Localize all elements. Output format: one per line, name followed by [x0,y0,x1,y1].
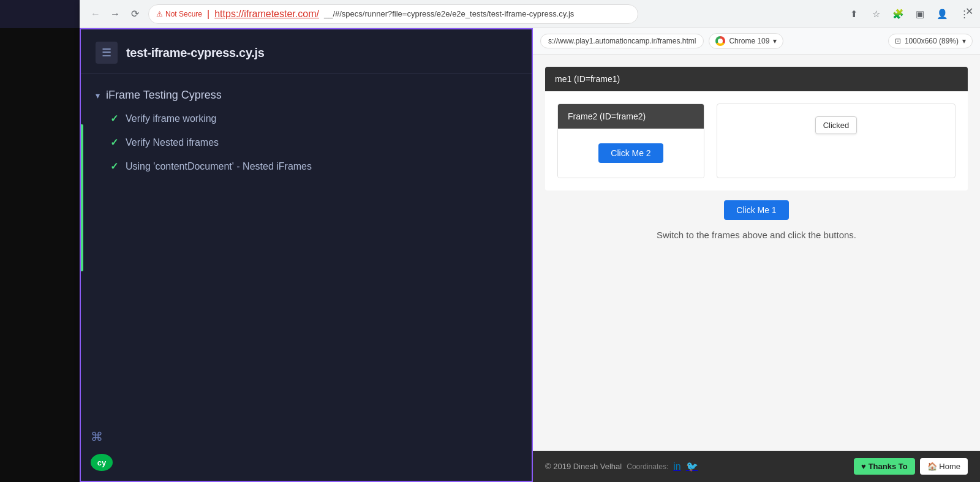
suite-header: ▾ iFrame Testing Cypress [81,84,532,107]
thanks-label: Thanks To [869,462,908,471]
browser-toolbar: ← → ⟳ ⚠ Not Secure | https://iframeteste… [80,0,980,28]
cypress-panel: ☰ test-iframe-cypress.cy.js ▾ iFrame Tes… [80,28,533,482]
cypress-logo: cy [91,454,113,471]
click-me-1-button[interactable]: Click Me 1 [724,200,788,220]
twitter-link[interactable]: 🐦 [686,461,698,472]
share-button[interactable]: ⬆ [845,6,862,23]
heart-icon: ♥ [861,462,866,471]
url-path-part: __/#/specs/runner?file=cypress/e2e/e2e_t… [324,9,574,18]
web-content: s://www.play1.automationcamp.ir/frames.h… [533,28,980,482]
clicked-badge: Clicked [815,116,858,134]
forward-button[interactable]: → [107,6,124,23]
browser-window: ← → ⟳ ⚠ Not Secure | https://iframeteste… [80,0,980,482]
cypress-bottom: ⌘ cy [81,420,203,481]
test-label-2: Verify Nested iframes [126,137,219,148]
test-item-2: ✓ Verify Nested iframes [81,130,532,154]
file-extension: .cy.js [236,46,265,59]
address-bar[interactable]: ⚠ Not Secure | https://iframetester.com/… [148,4,638,24]
command-icon[interactable]: ⌘ [91,429,103,444]
cypress-header: ☰ test-iframe-cypress.cy.js [81,29,532,74]
test-label-1: Verify iframe working [126,113,217,124]
left-panel [0,28,80,482]
inner-browser-bar: s://www.play1.automationcamp.ir/frames.h… [533,28,980,55]
frame1-title: me1 (ID=frame1) [555,74,620,84]
browser-close-button[interactable]: ✕ [963,5,975,17]
instruction-text: Switch to the frames above and click the… [657,230,856,240]
toolbar-right: ⬆ ☆ 🧩 ▣ 👤 ⋮ [845,6,973,23]
coordinates-label: Coordinates: [627,462,668,471]
test-label-3: Using 'contentDocument' - Nested iFrames [126,161,312,172]
back-button[interactable]: ← [87,6,104,23]
frame2-box: Frame2 (ID=frame2) Click Me 2 [557,104,704,178]
frame2-header: Frame2 (ID=frame2) [558,104,704,129]
file-title-container: test-iframe-cypress.cy.js [126,46,265,60]
twitter-icon: 🐦 [686,461,698,472]
file-icon-symbol: ☰ [102,46,111,59]
thanks-button[interactable]: ♥ Thanks To [854,458,915,475]
test-item-3: ✓ Using 'contentDocument' - Nested iFram… [81,154,532,178]
browser-content: ☰ test-iframe-cypress.cy.js ▾ iFrame Tes… [80,28,980,482]
page-footer: © 2019 Dinesh Velhal Coordinates: in 🐦 ♥… [533,451,980,482]
frame1-body: Frame2 (ID=frame2) Click Me 2 Clicked [545,91,968,190]
frame-container: me1 (ID=frame1) Frame2 (ID=frame2) Click… [545,67,968,190]
chevron-down-icon: ▾ [96,91,100,100]
extension-button[interactable]: 🧩 [889,6,907,23]
not-secure-indicator: ⚠ Not Secure [156,10,202,18]
frame1-header: me1 (ID=frame1) [545,67,968,91]
not-secure-label: Not Secure [165,10,202,18]
frame2-title: Frame2 (ID=frame2) [568,111,646,121]
click-me-2-button[interactable]: Click Me 2 [598,143,663,163]
footer-right: ♥ Thanks To 🏠 Home [854,458,968,475]
chrome-version-label: Chrome 109 [729,37,769,45]
inner-url-display: s://www.play1.automationcamp.ir/frames.h… [540,34,704,48]
tab-button[interactable]: ▣ [911,6,929,23]
file-icon: ☰ [96,42,118,64]
bookmark-button[interactable]: ☆ [867,6,884,23]
url-https-part: https://iframetester.com/ [214,9,319,20]
cypress-logo-text: cy [97,458,106,467]
home-label: 🏠 Home [927,462,960,471]
nav-buttons: ← → ⟳ [87,6,143,23]
chrome-version-badge[interactable]: Chrome 109 ▾ [709,33,783,49]
warning-icon: ⚠ [156,10,163,18]
frame2-body: Click Me 2 [558,129,704,178]
copyright-text: © 2019 Dinesh Velhal [545,462,622,471]
linkedin-link[interactable]: in [673,461,680,472]
center-section: Click Me 1 Switch to the frames above an… [545,200,968,240]
profile-button[interactable]: 👤 [933,6,951,23]
resolution-icon: ⊡ [895,37,901,45]
chrome-dropdown-icon: ▾ [773,37,777,45]
home-button[interactable]: 🏠 Home [920,458,968,475]
pass-icon-3: ✓ [110,160,118,172]
linkedin-icon: in [673,461,680,472]
suite-name: iFrame Testing Cypress [106,89,222,102]
chrome-icon [715,36,725,46]
resolution-dropdown-icon: ▾ [962,37,966,45]
inner-url-text: s://www.play1.automationcamp.ir/frames.h… [548,37,696,45]
test-item-1: ✓ Verify iframe working [81,107,532,130]
url-separator: | [207,9,209,20]
reload-button[interactable]: ⟳ [126,6,143,23]
resolution-badge[interactable]: ⊡ 1000x660 (89%) ▾ [888,34,973,48]
page-area: me1 (ID=frame1) Frame2 (ID=frame2) Click… [533,55,980,451]
resolution-label: 1000x660 (89%) [905,37,959,45]
frame3-box: Clicked [717,104,956,178]
active-suite-indicator [81,124,83,271]
pass-icon-2: ✓ [110,137,118,148]
pass-icon-1: ✓ [110,113,118,124]
file-name: test-iframe-cypress [126,46,236,59]
